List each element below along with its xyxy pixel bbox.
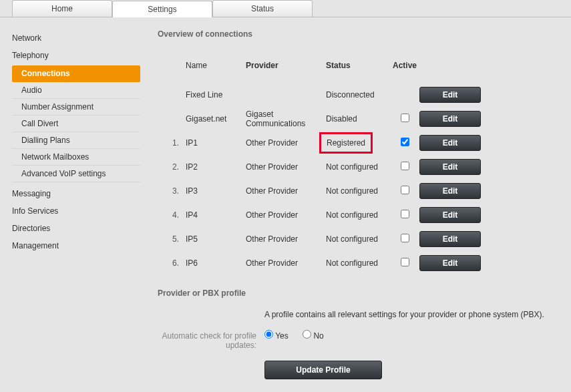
row-status: Disconnected bbox=[326, 90, 390, 100]
table-row: Gigaset.netGigaset CommunicationsDisable… bbox=[158, 107, 564, 131]
profile-title: Provider or PBX profile bbox=[158, 288, 564, 298]
row-number: 2. bbox=[158, 162, 186, 172]
update-profile-button[interactable]: Update Profile bbox=[264, 361, 382, 379]
sidebar-item-directories[interactable]: Directories bbox=[12, 220, 146, 237]
row-number: 6. bbox=[158, 258, 186, 268]
sidebar-subitem-number-assignment[interactable]: Number Assignment bbox=[12, 99, 140, 116]
header-active: Active bbox=[390, 61, 419, 70]
radio-no[interactable] bbox=[303, 330, 311, 339]
sidebar-subitem-network-mailboxes[interactable]: Network Mailboxes bbox=[12, 149, 140, 166]
edit-button[interactable]: Edit bbox=[419, 111, 481, 127]
row-name: Gigaset.net bbox=[186, 114, 246, 124]
row-active-cell bbox=[390, 138, 419, 148]
row-provider: Other Provider bbox=[246, 162, 326, 172]
sidebar-item-messaging[interactable]: Messaging bbox=[12, 185, 146, 202]
table-row: 2.IP2Other ProviderNot configuredEdit bbox=[158, 155, 564, 179]
row-number: 4. bbox=[158, 210, 186, 220]
edit-button[interactable]: Edit bbox=[419, 231, 481, 247]
header-provider: Provider bbox=[246, 61, 326, 70]
auto-check-label: Automatic check for profile updates: bbox=[158, 330, 264, 350]
active-checkbox[interactable] bbox=[401, 162, 409, 170]
sidebar-subitem-call-divert[interactable]: Call Divert bbox=[12, 116, 140, 132]
sidebar-subitem-advanced-voip-settings[interactable]: Advanced VoIP settings bbox=[12, 166, 140, 182]
table-row: 5.IP5Other ProviderNot configuredEdit bbox=[158, 227, 564, 251]
sidebar-item-network[interactable]: Network bbox=[12, 29, 146, 47]
row-status: Not configured bbox=[326, 162, 390, 172]
sidebar-subitem-dialling-plans[interactable]: Dialling Plans bbox=[12, 132, 140, 149]
active-checkbox[interactable] bbox=[401, 258, 409, 266]
table-row: 4.IP4Other ProviderNot configuredEdit bbox=[158, 203, 564, 227]
table-row: 1.IP1Other ProviderRegisteredEdit bbox=[158, 131, 564, 155]
active-checkbox[interactable] bbox=[401, 186, 409, 194]
row-status: Not configured bbox=[326, 186, 390, 196]
row-provider: Other Provider bbox=[246, 234, 326, 244]
row-name: Fixed Line bbox=[186, 90, 246, 100]
row-number: 3. bbox=[158, 186, 186, 196]
radio-no-label[interactable]: No bbox=[303, 331, 324, 341]
overview-title: Overview of connections bbox=[158, 29, 564, 39]
profile-description: A profile contains all relevant settings… bbox=[264, 310, 564, 319]
status-highlight: Registered bbox=[319, 132, 373, 154]
table-row: 3.IP3Other ProviderNot configuredEdit bbox=[158, 179, 564, 203]
row-active-cell bbox=[390, 258, 419, 268]
row-provider: Gigaset Communications bbox=[246, 110, 326, 128]
active-checkbox[interactable] bbox=[401, 210, 409, 218]
row-provider: Other Provider bbox=[246, 210, 326, 220]
sidebar-item-info-services[interactable]: Info Services bbox=[12, 202, 146, 220]
content-area: Overview of connections Name Provider St… bbox=[146, 17, 571, 392]
row-provider: Other Provider bbox=[246, 138, 326, 148]
edit-button[interactable]: Edit bbox=[419, 87, 481, 103]
radio-yes[interactable] bbox=[264, 330, 273, 339]
sidebar-subitem-audio[interactable]: Audio bbox=[12, 82, 140, 99]
row-active-cell bbox=[390, 234, 419, 244]
edit-button[interactable]: Edit bbox=[419, 255, 481, 271]
active-checkbox[interactable] bbox=[401, 114, 409, 122]
row-provider: Other Provider bbox=[246, 258, 326, 268]
row-name: IP4 bbox=[186, 210, 246, 220]
row-name: IP3 bbox=[186, 186, 246, 196]
row-active-cell bbox=[390, 210, 419, 220]
row-status: Not configured bbox=[326, 234, 390, 244]
sidebar-subitem-connections[interactable]: Connections bbox=[12, 65, 140, 82]
tab-home[interactable]: Home bbox=[12, 0, 112, 17]
sidebar: NetworkTelephonyConnectionsAudioNumber A… bbox=[0, 17, 146, 392]
header-name: Name bbox=[186, 61, 246, 70]
row-active-cell bbox=[390, 186, 419, 196]
row-name: IP1 bbox=[186, 138, 246, 148]
sidebar-sublist: ConnectionsAudioNumber AssignmentCall Di… bbox=[12, 65, 146, 182]
edit-button[interactable]: Edit bbox=[419, 135, 481, 151]
connections-table: Name Provider Status Active Fixed LineDi… bbox=[158, 53, 564, 275]
active-checkbox[interactable] bbox=[401, 138, 409, 146]
edit-button[interactable]: Edit bbox=[419, 207, 481, 223]
profile-section: Provider or PBX profile A profile contai… bbox=[158, 288, 564, 392]
active-checkbox[interactable] bbox=[401, 234, 409, 242]
top-tabs: Home Settings Status bbox=[0, 0, 571, 17]
row-status: Registered bbox=[326, 132, 390, 154]
row-provider: Other Provider bbox=[246, 186, 326, 196]
sidebar-item-management[interactable]: Management bbox=[12, 237, 146, 254]
sidebar-item-telephony[interactable]: Telephony bbox=[12, 47, 146, 64]
row-name: IP6 bbox=[186, 258, 246, 268]
auto-check-radio-group: Yes No bbox=[264, 330, 564, 341]
row-name: IP5 bbox=[186, 234, 246, 244]
table-header: Name Provider Status Active bbox=[158, 53, 564, 77]
row-number: 1. bbox=[158, 138, 186, 148]
row-number: 5. bbox=[158, 234, 186, 244]
row-status: Not configured bbox=[326, 210, 390, 220]
main-layout: NetworkTelephonyConnectionsAudioNumber A… bbox=[0, 17, 571, 392]
table-row: 6.IP6Other ProviderNot configuredEdit bbox=[158, 251, 564, 275]
table-row: Fixed LineDisconnectedEdit bbox=[158, 83, 564, 107]
tab-status[interactable]: Status bbox=[212, 0, 313, 17]
row-status: Not configured bbox=[326, 258, 390, 268]
radio-yes-label[interactable]: Yes bbox=[264, 331, 291, 341]
row-status: Disabled bbox=[326, 114, 390, 124]
edit-button[interactable]: Edit bbox=[419, 159, 481, 175]
row-active-cell bbox=[390, 114, 419, 124]
tab-settings[interactable]: Settings bbox=[112, 1, 212, 17]
row-active-cell bbox=[390, 162, 419, 172]
row-name: IP2 bbox=[186, 162, 246, 172]
header-status: Status bbox=[326, 61, 390, 70]
edit-button[interactable]: Edit bbox=[419, 183, 481, 199]
